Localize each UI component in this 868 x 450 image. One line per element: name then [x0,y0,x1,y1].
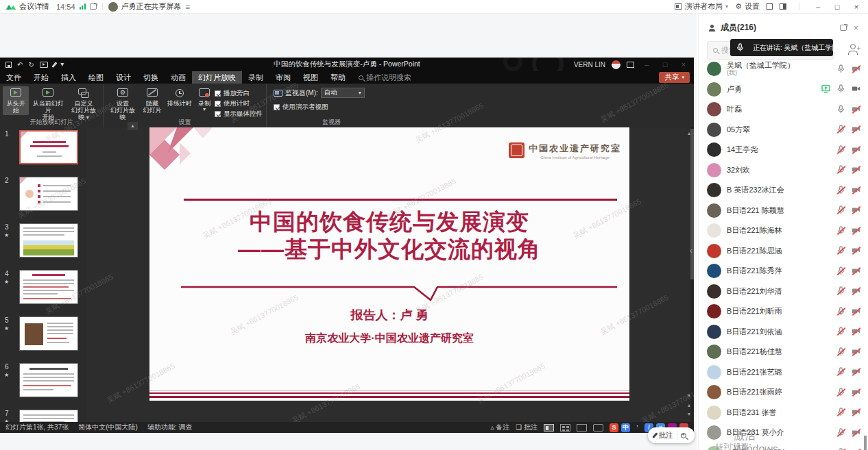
member-row[interactable]: B日语221杨佳慧 [699,342,868,362]
member-row[interactable]: B日语221陈思涵 [699,241,868,262]
tab-view[interactable]: 视图 [297,71,324,84]
tab-record[interactable]: 录制 [242,71,269,84]
camera-off-icon[interactable] [852,64,861,74]
mic-muted-icon[interactable] [836,226,846,236]
camera-off-icon[interactable] [852,286,861,296]
account-avatar[interactable] [612,60,620,69]
slideshow-icon[interactable] [40,62,48,68]
hide-slide-button[interactable]: 隐藏幻灯片 [139,86,165,115]
normal-view-button[interactable] [544,424,554,432]
member-row[interactable]: B日语231 张誉 [699,403,868,423]
mic-on-icon[interactable] [836,105,846,114]
member-row[interactable]: B日语221刘昕雨 [699,301,868,322]
ppt-close-button[interactable]: × [677,60,690,68]
member-row[interactable]: B日语221陈秀萍 [699,261,868,282]
ppt-maximize-button[interactable]: □ [659,60,671,68]
share-button[interactable]: 共享▾ [659,72,690,83]
mic-muted-icon[interactable] [836,367,846,377]
slide[interactable]: 中国农业遗产研究室 China Institute of Agricultura… [149,127,629,401]
member-row[interactable]: B 英语232冰江会 [699,180,868,201]
camera-off-icon[interactable] [852,165,861,175]
ribbon-display-options-icon[interactable] [627,62,634,68]
mic-muted-icon[interactable] [836,205,846,215]
camera-off-icon[interactable] [852,428,861,438]
tab-slideshow[interactable]: 幻灯片放映 [192,71,242,84]
maximize-button[interactable]: □ [831,3,843,11]
camera-off-icon[interactable] [852,347,861,357]
close-button[interactable]: × [850,3,863,11]
ppt-minimize-button[interactable]: – [640,60,653,68]
popout-meeting-icon[interactable] [90,3,97,10]
tell-me-search[interactable]: 操作说明搜索 [359,73,411,83]
thumbnail-scrollbar[interactable] [690,127,694,422]
camera-off-icon[interactable] [852,186,861,195]
monitor-select[interactable]: 监视器(M): 自动▾ [274,88,394,98]
minimize-button[interactable]: – [812,3,824,11]
camera-off-icon[interactable] [852,125,861,134]
popout-panel-icon[interactable] [840,25,847,31]
member-row[interactable]: B日语231 莫小介 [699,423,868,443]
mic-muted-icon[interactable] [836,408,846,417]
sogou-input-icon[interactable]: S [610,423,618,432]
member-row[interactable]: 32刘欢 [699,160,868,181]
member-row[interactable]: B日语231 肖悦彤 [699,443,868,450]
member-row[interactable]: 05方翠 [699,120,868,140]
mic-muted-icon[interactable] [836,428,846,438]
member-row[interactable]: B日语221刘华清 [699,282,868,302]
member-row[interactable]: B日语221刘依涵 [699,322,868,342]
member-row[interactable]: 14王亭尧 [699,140,868,160]
presenter-view-checkbox[interactable]: 使用演示者视图 [274,102,394,112]
affiliation-line[interactable]: 南京农业大学·中国农业遗产研究室 [149,332,629,346]
tab-help[interactable]: 帮助 [324,71,352,84]
settings-button[interactable]: ⚙设置 [735,1,760,12]
slide-title-line2[interactable]: ——基于中外文化交流的视角 [149,234,629,265]
sharing-menu-icon[interactable]: ≡ [186,3,190,11]
presenter-layout-button[interactable]: 演讲者布局▾ [675,1,728,12]
fullscreen-icon[interactable] [767,3,773,10]
mic-muted-icon[interactable] [836,186,846,195]
tab-draw[interactable]: 绘图 [82,71,110,84]
member-row[interactable]: B日语221张雨婷 [699,382,868,403]
screen-sharing-icon[interactable] [821,84,831,94]
member-row[interactable]: 卢勇 [699,79,868,100]
accessibility-status[interactable]: 辅助功能: 调查 [147,423,193,432]
camera-off-icon[interactable] [852,307,861,316]
mic-muted-icon[interactable] [836,388,846,397]
mic-on-icon[interactable] [836,84,846,94]
mic-muted-icon[interactable] [836,266,846,276]
mic-muted-icon[interactable] [836,286,846,296]
mic-on-icon[interactable] [836,64,846,74]
member-row[interactable]: B日语221张艺璐 [699,362,868,383]
tab-transitions[interactable]: 切换 [137,71,165,84]
camera-off-icon[interactable] [852,226,861,236]
monitor-dropdown[interactable]: 自动▾ [321,88,365,98]
undo-icon[interactable]: ↶ [17,61,23,68]
tab-insert[interactable]: 插入 [55,71,82,84]
presenter-line[interactable]: 报告人：卢 勇 [149,307,629,323]
mic-muted-icon[interactable] [836,347,846,357]
customize-qat-icon[interactable]: ▾ [60,62,64,67]
camera-off-icon[interactable] [852,327,861,336]
from-current-slide-button[interactable]: 从当前幻灯片开始 [29,86,67,122]
record-button[interactable]: 录制 ▾ [194,86,215,114]
close-panel-icon[interactable]: × [854,23,858,33]
slide-sorter-view-button[interactable] [560,424,570,432]
camera-off-icon[interactable] [852,408,861,417]
save-icon[interactable] [5,62,12,68]
rehearse-timings-button[interactable]: 排练计时 [165,86,194,108]
use-timings-checkbox[interactable]: 使用计时 [215,99,263,109]
member-row[interactable]: 吴斌（盐城工学院）(我) [699,59,868,79]
camera-off-icon[interactable] [852,246,861,255]
mic-muted-icon[interactable] [836,307,846,316]
notes-button[interactable]: ▵ 备注 [490,423,509,432]
custom-slideshow-button[interactable]: 自定义 幻灯片放映 ▾ [67,86,100,122]
sidebar-collapse-handle[interactable]: ‹ [687,237,695,263]
comments-button[interactable]: ❑ 批注 [516,423,538,432]
camera-off-icon[interactable] [852,205,861,215]
pen-icon[interactable] [51,62,57,67]
mic-muted-icon[interactable] [836,246,846,255]
collapse-ribbon-button[interactable]: ▴ [128,122,138,130]
chinese-mode-icon[interactable]: 中 [621,423,630,432]
camera-on-icon[interactable] [852,84,861,94]
set-up-slideshow-button[interactable]: ⚙ 设置幻灯片放映 [106,86,139,122]
